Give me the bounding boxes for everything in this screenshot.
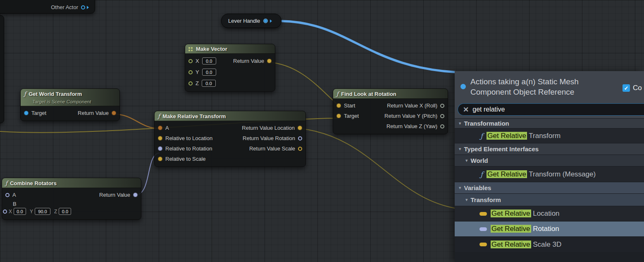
node-other-actor-fragment[interactable]: Other Actor [0,0,95,14]
category-label: Variables [464,184,491,191]
subcategory-transform[interactable]: ▾ Transform [455,193,644,206]
pin-a[interactable] [158,126,162,130]
offscreen-node-edge[interactable] [0,15,4,123]
action-get-relative-rotation[interactable]: Get Relative Rotation [455,221,644,236]
context-sensitive-toggle[interactable]: ✓ Co [623,84,642,92]
chevron-down-icon: ▾ [459,146,461,152]
node-row: X Y Z [2,207,141,217]
action-menu-panel: Actions taking a(n) Static Mesh Componen… [455,71,644,262]
action-get-relative-scale-3d[interactable]: Get Relative Scale 3D [455,236,644,252]
pin-return-value-x-roll[interactable] [440,104,444,108]
action-menu-header: Actions taking a(n) Static Mesh Componen… [455,71,644,102]
pin-label: Return Value Scale [249,145,295,152]
action-get-relative-transform[interactable]: ƒ Get Relative Transform [455,128,644,143]
action-get-relative-location[interactable]: Get Relative Location [455,206,644,221]
y-value-input[interactable] [202,69,216,76]
wire-location-out[interactable] [300,129,458,209]
pin-target[interactable] [336,114,341,118]
node-row: Y [185,67,275,78]
context-target-icon [460,84,466,89]
pin-return-value-rotation[interactable] [298,136,302,141]
node-row: Target Return Value Y (Pitch) [333,111,448,121]
category-variables[interactable]: ▾ Variables [455,182,644,193]
pin-return-value[interactable] [133,193,138,197]
pin-b[interactable] [3,210,7,214]
pin-relative-to-scale[interactable] [158,157,162,161]
pin-label: Return Value Y (Pitch) [384,113,437,119]
pin-label: Return Value [233,58,264,64]
function-icon: ƒ [480,170,483,179]
node-header[interactable]: ƒ Find Look at Rotation [333,89,448,99]
node-row: B [2,200,141,207]
subcategory-world[interactable]: ▾ World [455,155,644,166]
b-z-input[interactable] [59,208,71,215]
b-y-input[interactable] [35,208,50,215]
function-icon: ƒ [480,132,483,140]
node-lever-handle[interactable]: Lever Handle [221,14,281,28]
pin-return-value-location[interactable] [298,126,302,130]
pin-return-value-z-yaw[interactable] [440,124,444,129]
category-typed-element-interfaces[interactable]: ▾ Typed Element Interfaces [455,143,644,155]
node-row: Target Return Value [21,108,119,118]
vector-pin-icon [479,243,487,246]
node-header[interactable]: ƒ Get World Transform Target is Scene Co… [21,89,119,106]
node-header[interactable]: ƒ Combine Rotators [2,178,141,188]
node-make-relative-transform[interactable]: ƒ Make Relative Transform A Return Value… [154,111,306,167]
pin-return-value-y-pitch[interactable] [440,114,444,118]
node-header[interactable]: Make Vector [185,44,275,54]
pin-relative-to-rotation[interactable] [158,146,162,151]
clear-search-icon[interactable]: ✕ [463,106,469,113]
pin-return-value-scale[interactable] [298,147,302,151]
lever-handle-output-pin[interactable] [263,19,268,23]
context-sensitive-label: Co [633,84,642,92]
node-row: Relative to Location Return Value Rotati… [155,133,305,143]
pin-label: Other Actor [51,4,78,10]
node-make-vector[interactable]: Make Vector X Return Value Y [185,44,275,92]
pin-return-value[interactable] [267,59,272,63]
pin-label: Start [344,102,355,109]
pin-label: Z [196,80,199,86]
pin-label: Target [344,113,359,119]
other-actor-pin[interactable] [81,5,85,10]
action-get-relative-transform-message[interactable]: ƒ Get Relative Transform (Message) [455,166,644,182]
action-label: Get Relative Transform (Message) [487,170,596,179]
node-combine-rotators[interactable]: ƒ Combine Rotators A Return Value B [2,178,141,220]
pin-target[interactable] [24,111,29,115]
pin-label: Return Value Location [242,125,295,131]
wire-worldtransform-a[interactable] [113,114,160,129]
pin-x[interactable] [188,59,193,63]
node-header[interactable]: ƒ Make Relative Transform [155,111,305,121]
action-label: Get Relative Transform [487,132,561,140]
x-value-input[interactable] [202,57,216,64]
pin-label: Y [196,69,199,75]
node-title: Combine Rotators [10,180,57,186]
pin-start[interactable] [336,103,341,108]
pin-label: Return Value Z (Yaw) [386,123,437,129]
node-row: A Return Value [2,190,141,200]
search-box[interactable]: ✕ [458,103,644,116]
category-label: World [471,157,488,164]
node-row: Start Return Value X (Roll) [333,100,448,111]
blueprint-canvas[interactable]: Other Actor Lever Handle Make Vector X [0,0,644,262]
checkbox-checked-icon[interactable]: ✓ [623,84,630,92]
node-row: A Return Value Location [155,123,305,133]
wire-lever-handle[interactable] [281,21,469,73]
pin-a[interactable] [5,193,10,197]
node-get-world-transform[interactable]: ƒ Get World Transform Target is Scene Co… [20,88,120,121]
b-x-input[interactable] [14,208,26,215]
search-input[interactable] [472,106,639,113]
pin-return-value[interactable] [112,111,116,115]
function-icon: ƒ [5,180,7,186]
pin-label: Return Value Rotation [243,135,295,141]
category-transformation[interactable]: ▾ Transformation [455,118,644,128]
node-row: X Return Value [185,55,275,67]
search-row: ✕ [455,102,644,118]
pin-relative-to-location[interactable] [158,136,162,141]
vector-pin-icon [479,212,487,216]
pin-y[interactable] [188,70,193,74]
wire-makevector-start[interactable] [269,62,339,106]
z-value-input[interactable] [202,80,216,87]
pin-z[interactable] [188,81,193,86]
node-row: Return Value Z (Yaw) [333,121,448,131]
node-find-look-at-rotation[interactable]: ƒ Find Look at Rotation Start Return Val… [333,88,448,134]
